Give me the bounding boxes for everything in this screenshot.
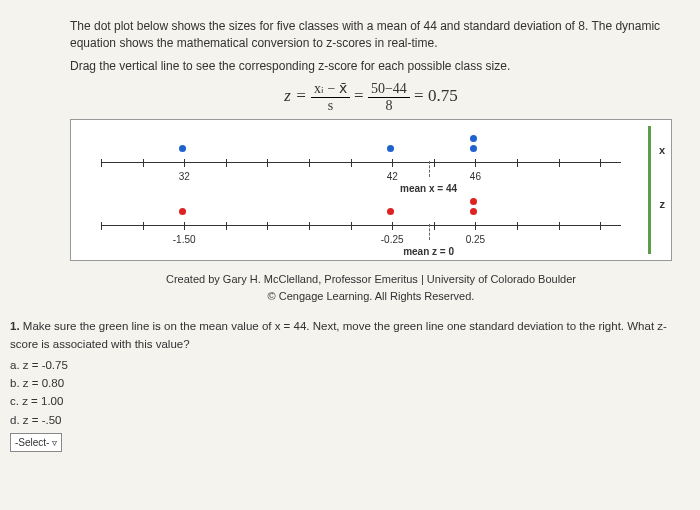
- intro-line-2: Drag the vertical line to see the corres…: [70, 58, 672, 75]
- x-tick-label: 42: [387, 171, 398, 182]
- data-point: [470, 135, 477, 142]
- x-axis: 32 42 46 mean x = 44: [101, 162, 621, 163]
- attribution-copyright: © Cengage Learning. All Rights Reserved.: [70, 288, 672, 305]
- z-axis: -1.50 -0.25 0.25 mean z = 0: [101, 225, 621, 226]
- question-text: Make sure the green line is on the mean …: [10, 320, 667, 349]
- z-tick-label: -0.25: [381, 234, 404, 245]
- answer-select[interactable]: -Select- ▿: [10, 433, 62, 452]
- x-mean-label: mean x = 44: [400, 183, 457, 194]
- question-1: 1. Make sure the green line is on the me…: [10, 318, 672, 452]
- x-side-label: x: [659, 144, 665, 156]
- data-point: [470, 145, 477, 152]
- x-tick-label: 32: [179, 171, 190, 182]
- data-point: [387, 145, 394, 152]
- z-tick-label: -1.50: [173, 234, 196, 245]
- z-tick-label: 0.25: [466, 234, 485, 245]
- dot-plot[interactable]: 32 42 46 mean x = 44 -1.50 -0.25 0.25 me…: [70, 119, 672, 261]
- intro-line-1: The dot plot below shows the sizes for f…: [70, 18, 672, 52]
- draggable-line[interactable]: [648, 126, 651, 254]
- data-point: [470, 198, 477, 205]
- z-mean-label: mean z = 0: [403, 246, 454, 257]
- data-point: [179, 145, 186, 152]
- z-formula: z = xᵢ − x̄s = 50−448 = 0.75: [70, 82, 672, 113]
- data-point: [470, 208, 477, 215]
- data-point: [387, 208, 394, 215]
- attribution-author: Created by Gary H. McClelland, Professor…: [70, 271, 672, 288]
- question-number: 1.: [10, 320, 20, 332]
- data-point: [179, 208, 186, 215]
- x-tick-label: 46: [470, 171, 481, 182]
- option-b: b. z = 0.80: [10, 375, 672, 392]
- option-c: c. z = 1.00: [10, 393, 672, 410]
- option-d: d. z = -.50: [10, 412, 672, 429]
- option-a: a. z = -0.75: [10, 357, 672, 374]
- z-side-label: z: [660, 198, 666, 210]
